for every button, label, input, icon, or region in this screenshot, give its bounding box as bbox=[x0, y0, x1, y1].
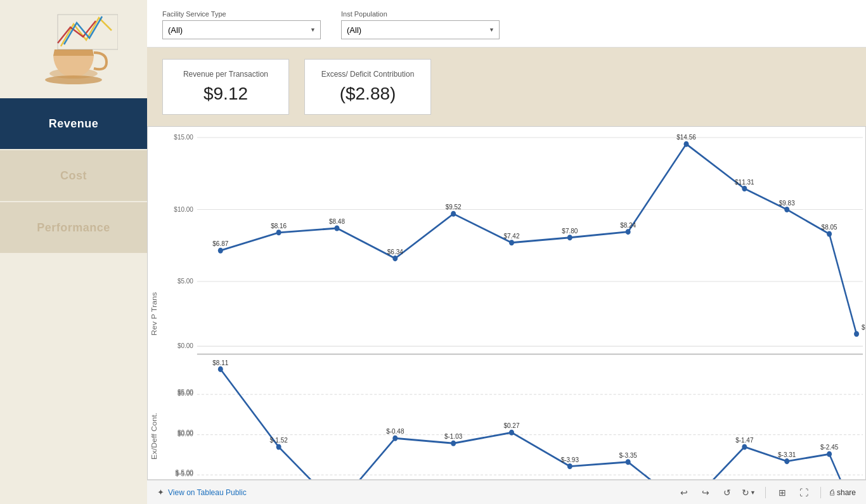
facility-filter-group: Facility Service Type (All) bbox=[162, 10, 321, 39]
svg-text:$8.05: $8.05 bbox=[822, 223, 837, 231]
svg-text:$-5.00: $-5.00 bbox=[176, 468, 193, 477]
inst-select-wrapper: (All) bbox=[341, 20, 500, 39]
svg-text:$-1.47: $-1.47 bbox=[735, 436, 753, 444]
svg-text:$-2.45: $-2.45 bbox=[820, 443, 838, 451]
svg-text:Ex/Deff Cont.: Ex/Deff Cont. bbox=[150, 413, 158, 460]
svg-text:$10.00: $10.00 bbox=[174, 205, 193, 213]
svg-point-60 bbox=[784, 458, 789, 464]
tableau-icon: ✦ bbox=[157, 488, 164, 497]
inst-select[interactable]: (All) bbox=[341, 20, 500, 39]
share-label: share bbox=[837, 488, 856, 497]
inst-filter-group: Inst Population (All) bbox=[341, 10, 500, 39]
share-icon: ⎙ bbox=[830, 488, 834, 497]
svg-point-20 bbox=[742, 186, 747, 191]
svg-text:$-1.03: $-1.03 bbox=[444, 432, 462, 441]
svg-point-59 bbox=[742, 444, 747, 449]
facility-filter-label: Facility Service Type bbox=[162, 10, 321, 18]
facility-select-wrapper: (All) bbox=[162, 20, 321, 39]
svg-text:$15.00: $15.00 bbox=[174, 133, 193, 141]
chart-area: Rev P Trans $15.00 $10.00 $5.00 $0.00 bbox=[147, 126, 866, 480]
svg-text:$-1.52: $-1.52 bbox=[269, 436, 287, 444]
sidebar: Revenue Cost Performance bbox=[0, 0, 147, 504]
svg-point-18 bbox=[626, 229, 631, 235]
kpi-ex-value: ($2.88) bbox=[340, 84, 396, 104]
svg-text:$5.00: $5.00 bbox=[178, 277, 193, 285]
svg-point-57 bbox=[626, 459, 631, 465]
tableau-link[interactable]: View on Tableau Public bbox=[168, 488, 247, 497]
svg-text:$-0.48: $-0.48 bbox=[386, 427, 404, 436]
divider bbox=[765, 487, 766, 498]
nav-cost[interactable]: Cost bbox=[0, 150, 147, 201]
logo-area bbox=[0, 0, 147, 98]
svg-text:$0.00: $0.00 bbox=[178, 342, 193, 350]
dual-chart: Rev P Trans $15.00 $10.00 $5.00 $0.00 bbox=[148, 127, 865, 479]
bottom-bar: ✦ View on Tableau Public ↩ ↪ ↺ ↻ ▼ ⊞ ⛶ ⎙… bbox=[147, 480, 866, 504]
svg-text:$5.00: $5.00 bbox=[178, 387, 193, 396]
divider2 bbox=[820, 487, 821, 498]
nav-performance[interactable]: Performance bbox=[0, 202, 147, 253]
svg-point-54 bbox=[451, 441, 456, 446]
svg-text:$7.42: $7.42 bbox=[504, 231, 520, 240]
svg-point-19 bbox=[684, 141, 689, 147]
kpi-ex-title: Excess/ Deficit Contribution bbox=[321, 70, 415, 79]
main-content: Facility Service Type (All) Inst Populat… bbox=[147, 0, 866, 504]
top-y-label: Rev P Trans bbox=[150, 292, 158, 336]
svg-text:$0.89: $0.89 bbox=[862, 323, 865, 331]
svg-point-23 bbox=[854, 331, 859, 337]
svg-point-17 bbox=[567, 235, 572, 240]
kpi-excess-deficit: Excess/ Deficit Contribution ($2.88) bbox=[304, 59, 431, 115]
svg-text:$8.16: $8.16 bbox=[271, 221, 287, 229]
svg-point-53 bbox=[392, 436, 397, 441]
svg-text:$-3.93: $-3.93 bbox=[561, 455, 579, 463]
screen-button[interactable]: ⊞ bbox=[775, 485, 790, 500]
svg-text:$8.11: $8.11 bbox=[212, 358, 228, 366]
kpi-row: Revenue per Transaction $9.12 Excess/ De… bbox=[147, 48, 866, 126]
svg-text:$11.31: $11.31 bbox=[735, 178, 754, 186]
svg-text:$8.24: $8.24 bbox=[620, 221, 636, 229]
facility-select[interactable]: (All) bbox=[162, 20, 321, 39]
undo2-button[interactable]: ↺ bbox=[720, 485, 735, 500]
svg-text:$9.83: $9.83 bbox=[779, 198, 795, 207]
kpi-rev-title: Revenue per Transaction bbox=[183, 70, 268, 79]
redo-button[interactable]: ↪ bbox=[698, 485, 713, 500]
svg-text:$-3.35: $-3.35 bbox=[619, 451, 637, 459]
kpi-revenue-per-transaction: Revenue per Transaction $9.12 bbox=[162, 59, 289, 115]
svg-point-61 bbox=[827, 451, 832, 457]
redo2-button[interactable]: ↻ ▼ bbox=[741, 485, 756, 500]
nav-revenue[interactable]: Revenue bbox=[0, 98, 147, 149]
tableau-link-area: ✦ View on Tableau Public bbox=[157, 488, 247, 497]
undo-button[interactable]: ↩ bbox=[676, 485, 692, 500]
kpi-rev-value: $9.12 bbox=[204, 84, 248, 104]
svg-point-15 bbox=[451, 211, 456, 217]
svg-point-13 bbox=[334, 225, 339, 231]
logo-icon bbox=[29, 11, 118, 87]
svg-text:$0.27: $0.27 bbox=[504, 422, 520, 430]
svg-point-1 bbox=[45, 75, 102, 84]
svg-text:$6.87: $6.87 bbox=[212, 240, 228, 248]
svg-point-21 bbox=[784, 207, 789, 212]
svg-point-11 bbox=[218, 248, 223, 254]
svg-point-55 bbox=[509, 430, 514, 436]
inst-filter-label: Inst Population bbox=[341, 10, 500, 18]
svg-text:$9.52: $9.52 bbox=[446, 203, 462, 211]
svg-point-56 bbox=[567, 463, 572, 469]
svg-point-16 bbox=[509, 240, 514, 245]
svg-point-50 bbox=[218, 366, 223, 372]
svg-point-22 bbox=[827, 231, 832, 237]
fullscreen-button[interactable]: ⛶ bbox=[796, 485, 811, 500]
svg-text:$14.56: $14.56 bbox=[676, 133, 696, 141]
svg-text:$7.80: $7.80 bbox=[562, 226, 578, 235]
toolbar-right: ↩ ↪ ↺ ↻ ▼ ⊞ ⛶ ⎙ share bbox=[676, 485, 856, 500]
share-button[interactable]: ⎙ share bbox=[830, 488, 856, 497]
svg-point-14 bbox=[392, 255, 397, 261]
svg-text:$6.34: $6.34 bbox=[387, 247, 403, 255]
svg-point-51 bbox=[276, 444, 281, 449]
svg-text:$0.00: $0.00 bbox=[178, 428, 193, 436]
svg-text:$8.48: $8.48 bbox=[329, 217, 345, 226]
filter-row: Facility Service Type (All) Inst Populat… bbox=[147, 0, 866, 48]
svg-text:$-3.31: $-3.31 bbox=[778, 450, 796, 458]
svg-point-12 bbox=[276, 229, 281, 235]
